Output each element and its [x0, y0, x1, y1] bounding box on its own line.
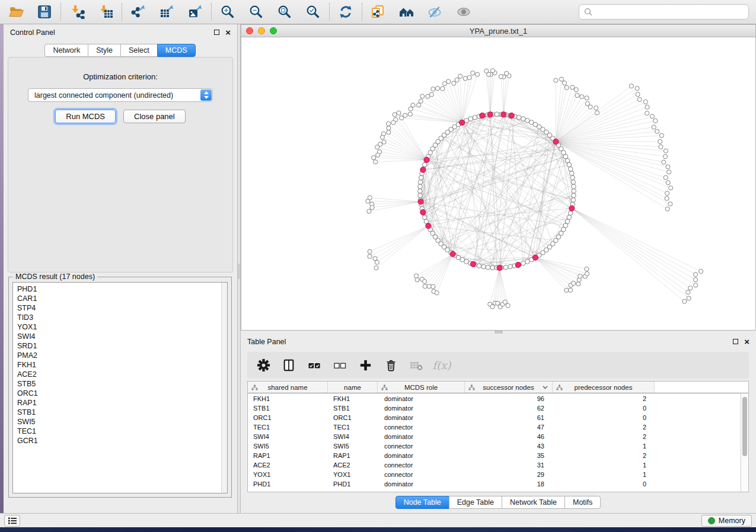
export-table-button[interactable] [156, 2, 177, 22]
optimization-criterion-select[interactable]: largest connected component (undirected) [28, 88, 213, 102]
close-window-icon[interactable] [246, 27, 253, 34]
desktop-wallpaper-bottom [0, 527, 756, 532]
splitter-handle[interactable] [238, 264, 240, 279]
import-network-button[interactable] [66, 2, 88, 22]
mcds-result-item[interactable]: GCR1 [17, 436, 227, 446]
mcds-result-item[interactable]: PHD1 [17, 284, 227, 294]
show-task-history-button[interactable] [4, 515, 20, 527]
tab-select[interactable]: Select [120, 44, 158, 57]
table-cell: 1 [553, 443, 655, 450]
network-canvas[interactable] [241, 37, 756, 331]
table-row[interactable]: SWI5SWI5connector431 [248, 441, 741, 451]
tab-style[interactable]: Style [88, 44, 121, 57]
function-builder-button[interactable]: f(x) [432, 355, 452, 376]
memory-button[interactable]: Memory [701, 515, 752, 527]
scrollbar-thumb[interactable] [742, 397, 747, 456]
open-session-button[interactable] [5, 2, 27, 22]
select-all-rows-button[interactable] [304, 355, 324, 376]
clone-network-button[interactable] [368, 2, 389, 22]
export-image-button[interactable] [184, 2, 206, 22]
tab-node-table[interactable]: Node Table [395, 496, 449, 509]
zoom-out-button[interactable] [245, 2, 267, 22]
table-cell: ACE2 [248, 462, 328, 469]
zoom-in-button[interactable] [217, 2, 238, 22]
export-network-button[interactable] [127, 2, 149, 22]
table-row[interactable]: PHD1PHD1dominator180 [248, 479, 741, 489]
table-cell: 29 [465, 471, 553, 478]
refresh-icon [339, 5, 353, 19]
mcds-result-item[interactable]: RAP1 [17, 398, 227, 408]
import-table-button[interactable] [95, 2, 116, 22]
column-header-shared-name[interactable]: shared name [248, 382, 328, 393]
mcds-result-item[interactable]: STB5 [17, 379, 227, 389]
close-panel-icon[interactable]: × [744, 339, 749, 345]
tab-network-table[interactable]: Network Table [502, 496, 565, 509]
delete-table-button[interactable] [406, 355, 426, 376]
run-mcds-button[interactable]: Run MCDS [55, 110, 116, 123]
float-panel-icon[interactable] [214, 30, 219, 35]
search-input[interactable] [596, 8, 744, 16]
mcds-result-item[interactable]: SRD1 [17, 341, 227, 351]
zoom-selected-button[interactable] [302, 2, 324, 22]
table-cell: 47 [465, 424, 553, 431]
export-table-icon [160, 5, 174, 19]
table-cell: 1 [553, 471, 655, 478]
table-scrollbar[interactable] [741, 394, 748, 492]
table-row[interactable]: ORC1ORC1dominator610 [248, 413, 741, 422]
create-column-button[interactable] [355, 355, 375, 376]
mcds-result-item[interactable]: STB1 [17, 408, 227, 417]
maximize-window-icon[interactable] [270, 27, 277, 34]
mcds-result-item[interactable]: FKH1 [17, 360, 227, 370]
table-row[interactable]: FKH1FKH1dominator962 [248, 394, 741, 403]
column-header-filler [655, 382, 748, 393]
column-header-mcds-role[interactable]: MCDS role [378, 382, 465, 393]
mcds-result-item[interactable]: ORC1 [17, 389, 227, 398]
table-cell: 46 [465, 433, 553, 440]
column-header-predecessor-nodes[interactable]: predecessor nodes [553, 382, 655, 393]
table-settings-button[interactable] [253, 355, 273, 376]
close-panel-button[interactable]: Close panel [123, 110, 186, 123]
tab-mcds[interactable]: MCDS [157, 44, 196, 57]
mcds-result-item[interactable]: SWI5 [17, 417, 227, 427]
minimize-window-icon[interactable] [258, 27, 265, 34]
column-layout-button[interactable] [279, 355, 299, 376]
mcds-result-scrollbar[interactable] [221, 282, 228, 493]
table-cell: RAP1 [328, 452, 378, 459]
show-all-button[interactable] [453, 2, 474, 22]
mcds-result-item[interactable]: STP4 [17, 303, 227, 313]
float-panel-icon[interactable] [733, 339, 738, 344]
column-header-successor-nodes[interactable]: successor nodes [465, 382, 553, 393]
table-cell: PHD1 [328, 480, 378, 488]
column-header-name[interactable]: name [328, 382, 378, 393]
table-row[interactable]: STB1STB1dominator620 [248, 403, 741, 413]
table-row[interactable]: ACE2ACE2connector311 [248, 460, 741, 470]
network-window-titlebar[interactable]: YPA_prune.txt_1 [241, 24, 756, 37]
delete-column-button[interactable] [381, 355, 401, 376]
table-row[interactable]: TEC1TEC1connector472 [248, 422, 741, 432]
mcds-result-list[interactable]: PHD1CAR1STP4TID3YOX1SWI4SRD1PMA2FKH1ACE2… [12, 282, 228, 493]
close-panel-icon[interactable]: × [225, 30, 231, 36]
mcds-result-item[interactable]: TID3 [17, 313, 227, 322]
save-session-button[interactable] [34, 2, 55, 22]
mcds-result-item[interactable]: TEC1 [17, 427, 227, 436]
table-row[interactable]: YOX1YOX1connector291 [248, 470, 741, 479]
hide-selected-button[interactable] [425, 2, 446, 22]
mcds-result-item[interactable]: YOX1 [17, 322, 227, 332]
tab-network[interactable]: Network [44, 44, 88, 57]
tab-motifs[interactable]: Motifs [564, 496, 601, 509]
tab-edge-table[interactable]: Edge Table [449, 496, 502, 509]
memory-label: Memory [719, 517, 745, 525]
deselect-all-rows-button[interactable] [330, 355, 350, 376]
table-row[interactable]: SWI4SWI4dominator462 [248, 432, 741, 441]
first-neighbors-button[interactable] [396, 2, 417, 22]
search-box[interactable] [579, 4, 749, 20]
zoom-fit-button[interactable] [274, 2, 295, 22]
node-table-header: shared name name MCDS role successor nod… [248, 382, 748, 393]
deselect-all-icon [333, 359, 347, 372]
apply-layout-button[interactable] [335, 2, 356, 22]
mcds-result-item[interactable]: PMA2 [17, 351, 227, 360]
table-row[interactable]: RAP1RAP1dominator352 [248, 451, 741, 460]
mcds-result-item[interactable]: SWI4 [17, 332, 227, 341]
mcds-result-item[interactable]: CAR1 [17, 294, 227, 303]
mcds-result-item[interactable]: ACE2 [17, 370, 227, 379]
